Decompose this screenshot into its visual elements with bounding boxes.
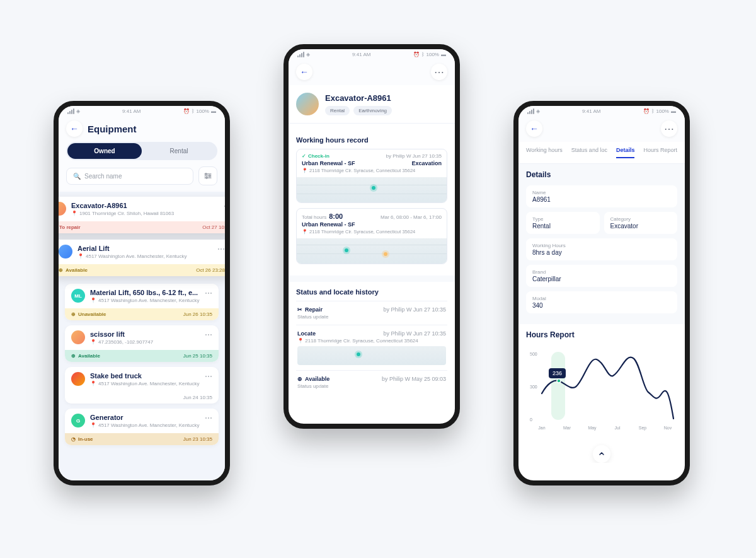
card-more-button[interactable]: ⋯ bbox=[205, 289, 212, 298]
timestamp: Jun 23 10:35 bbox=[183, 436, 212, 442]
chart-heading: Hours Report bbox=[518, 324, 685, 342]
bluetooth-icon: ᛒ bbox=[192, 108, 195, 114]
status-time: 9:41 AM bbox=[582, 108, 600, 114]
svg-point-1 bbox=[209, 175, 210, 177]
tab-working-hours[interactable]: Working hours bbox=[526, 147, 563, 158]
pin-icon: 📍 bbox=[302, 168, 307, 173]
card-more-button[interactable]: ⋯ bbox=[205, 330, 212, 339]
pin-icon: 📍 bbox=[302, 229, 307, 235]
equipment-card[interactable]: G Generator 📍4517 Washington Ave. Manche… bbox=[65, 409, 219, 445]
equipment-card[interactable]: scissor lift 📍47.235036, -102.907747 ⋯ ⊕… bbox=[65, 325, 219, 362]
status-time: 9:41 AM bbox=[122, 108, 140, 114]
search-input[interactable]: 🔍 Search name bbox=[66, 168, 193, 185]
tab-owned[interactable]: Owned bbox=[67, 143, 142, 159]
timestamp: Jun 25 10:35 bbox=[183, 353, 212, 359]
globe-icon: ⊕ bbox=[71, 353, 76, 359]
equipment-name: scissor lift bbox=[90, 330, 153, 338]
pin-icon: 📍 bbox=[71, 211, 77, 216]
wifi-icon: ◈ bbox=[306, 52, 310, 57]
history-row[interactable]: ✂Repair by Philip W Jun 27 10:35 Status … bbox=[296, 301, 447, 325]
field-name: Name A8961 bbox=[526, 185, 677, 207]
back-button[interactable]: ← bbox=[526, 120, 542, 137]
svg-point-7 bbox=[557, 379, 561, 383]
field-working-hours: Working Hours 8hrs a day bbox=[526, 238, 677, 260]
pin-icon: 📍 bbox=[90, 339, 96, 345]
svg-text:Mar: Mar bbox=[563, 426, 571, 430]
timestamp: Oct 27 10:35 bbox=[202, 224, 230, 230]
map-preview[interactable] bbox=[297, 238, 447, 264]
wrench-icon: ✂ bbox=[54, 224, 57, 230]
status-bar: ◈ 9:41 AM ⏰ᛒ100%▬ bbox=[59, 106, 225, 115]
wifi-icon: ◈ bbox=[536, 108, 540, 114]
svg-text:500: 500 bbox=[530, 352, 537, 356]
card-more-button[interactable]: ⋯ bbox=[217, 245, 225, 253]
search-icon: 🔍 bbox=[73, 173, 81, 180]
equipment-card[interactable]: ML Material Lift, 650 lbs., 6-12 ft., e.… bbox=[65, 284, 219, 320]
tab-hours-report[interactable]: Hours Report bbox=[643, 147, 677, 158]
pin-icon: 📍 bbox=[90, 381, 96, 387]
field-brand: Brand Caterpillar bbox=[526, 265, 677, 287]
chart-tooltip: 236 bbox=[549, 368, 566, 378]
tab-details[interactable]: Details bbox=[616, 147, 635, 158]
svg-point-2 bbox=[206, 177, 207, 178]
details-heading: Details bbox=[526, 170, 677, 179]
map-preview[interactable] bbox=[297, 177, 447, 202]
field-category: Category Excavator bbox=[604, 212, 678, 234]
equipment-card[interactable]: Excavator-A8961 📍1901 Thornridge Cir. Sh… bbox=[54, 197, 230, 233]
history-row[interactable]: Locate by Philip W Jun 27 10:35 📍 2118 T… bbox=[296, 325, 447, 370]
equipment-avatar bbox=[71, 372, 85, 386]
equipment-avatar: G bbox=[71, 414, 85, 427]
back-button[interactable]: ← bbox=[296, 64, 312, 80]
battery-icon: ▬ bbox=[441, 52, 446, 57]
clock-icon: ◔ bbox=[71, 436, 76, 442]
status-time: 9:41 AM bbox=[352, 52, 370, 57]
globe-icon: ⊕ bbox=[71, 311, 76, 317]
filter-button[interactable] bbox=[198, 166, 217, 185]
equipment-name: Stake bed truck bbox=[90, 372, 200, 380]
card-more-button[interactable]: ⋯ bbox=[205, 372, 212, 381]
history-row[interactable]: ⊕Available by Philip W May 25 09:03 Stat… bbox=[296, 370, 447, 394]
globe-icon: ⊕ bbox=[59, 267, 63, 273]
svg-text:Nov: Nov bbox=[664, 426, 672, 430]
equipment-avatar bbox=[71, 330, 85, 344]
wifi-icon: ◈ bbox=[76, 108, 80, 114]
map-preview[interactable] bbox=[297, 346, 446, 365]
record-card[interactable]: ✓Check-in by Philip W Jun 27 10:35 Urban… bbox=[296, 149, 447, 203]
equipment-card[interactable]: Aerial Lift 📍4517 Washington Ave. Manche… bbox=[54, 240, 230, 276]
hours-chart[interactable]: 500 300 0 Jan Mar May Jul Sep Nov 236 bbox=[518, 342, 685, 440]
scroll-top-button[interactable] bbox=[593, 445, 610, 463]
tab-rental[interactable]: Rental bbox=[142, 143, 216, 159]
equipment-name: Generator bbox=[90, 414, 200, 421]
more-button[interactable]: ⋯ bbox=[661, 120, 677, 137]
globe-icon: ⊕ bbox=[297, 376, 302, 382]
more-button[interactable]: ⋯ bbox=[431, 64, 447, 80]
record-card[interactable]: Total hours8:00 Mar 6, 08:00 - Mar 6, 17… bbox=[296, 208, 447, 264]
card-more-button[interactable]: ⋯ bbox=[205, 414, 212, 422]
back-button[interactable]: ← bbox=[66, 120, 83, 137]
svg-text:Jul: Jul bbox=[615, 426, 621, 430]
equipment-avatar bbox=[54, 202, 66, 216]
svg-text:300: 300 bbox=[530, 385, 537, 389]
section-working-hours: Working hours record bbox=[296, 136, 447, 144]
pin-icon: 📍 bbox=[90, 422, 96, 428]
timestamp: Jun 26 10:35 bbox=[183, 311, 212, 317]
pin-icon: 📍 bbox=[77, 253, 84, 259]
svg-text:Jan: Jan bbox=[538, 426, 545, 430]
pin-icon: 📍 bbox=[297, 338, 304, 344]
tab-status-loc[interactable]: Status and loc bbox=[571, 147, 607, 158]
svg-text:Sep: Sep bbox=[639, 426, 647, 431]
timestamp: Jun 24 10:35 bbox=[183, 395, 212, 400]
tabs: Working hours Status and loc Details Hou… bbox=[518, 142, 685, 164]
card-more-button[interactable]: ⋯ bbox=[224, 202, 230, 211]
alarm-icon: ⏰ bbox=[413, 52, 420, 57]
svg-point-0 bbox=[205, 173, 207, 175]
badge-category: Earthmoving bbox=[353, 106, 392, 115]
battery-icon: ▬ bbox=[671, 108, 676, 114]
battery-icon: ▬ bbox=[211, 108, 216, 114]
svg-text:0: 0 bbox=[530, 417, 532, 422]
chevron-up-icon bbox=[598, 451, 605, 457]
equipment-avatar: ML bbox=[71, 289, 85, 303]
status-bar: ◈ 9:41 AM ⏰ᛒ100%▬ bbox=[289, 49, 455, 59]
checkin-icon: ✓ bbox=[302, 153, 306, 159]
equipment-card[interactable]: Stake bed truck 📍4517 Washington Ave. Ma… bbox=[65, 367, 219, 404]
